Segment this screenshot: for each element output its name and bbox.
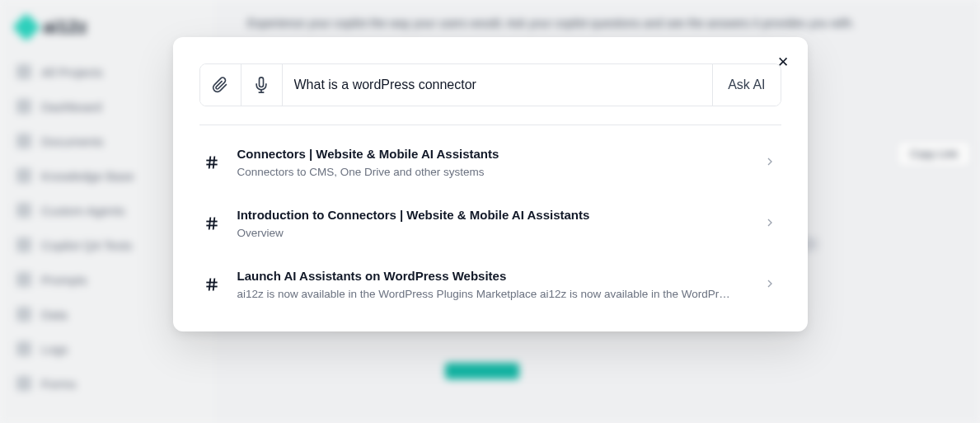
svg-line-13 — [213, 279, 214, 291]
svg-line-9 — [213, 218, 214, 230]
chevron-right-icon — [763, 277, 778, 292]
result-title: Connectors | Website & Mobile AI Assista… — [237, 147, 747, 161]
results-list: Connectors | Website & Mobile AI Assista… — [173, 132, 808, 315]
result-item-wordpress[interactable]: Launch AI Assistants on WordPress Websit… — [193, 254, 788, 315]
result-content: Introduction to Connectors | Website & M… — [237, 208, 747, 239]
result-item-connectors[interactable]: Connectors | Website & Mobile AI Assista… — [193, 132, 788, 193]
microphone-button[interactable] — [241, 64, 283, 106]
result-title: Introduction to Connectors | Website & M… — [237, 208, 747, 222]
ai-search-modal: ✕ Ask AI Connectors | Website & Mobile — [173, 37, 808, 331]
ask-ai-button[interactable]: Ask AI — [712, 64, 780, 106]
result-desc: ai12z is now available in the WordPress … — [237, 288, 747, 300]
microphone-icon — [253, 77, 270, 93]
chevron-right-icon — [763, 155, 778, 170]
close-icon: ✕ — [777, 54, 789, 71]
result-item-introduction[interactable]: Introduction to Connectors | Website & M… — [193, 193, 788, 254]
search-bar: Ask AI — [199, 63, 781, 106]
modal-overlay[interactable]: ✕ Ask AI Connectors | Website & Mobile — [0, 0, 980, 423]
result-desc: Overview — [237, 227, 747, 239]
result-desc: Connectors to CMS, One Drive and other s… — [237, 166, 747, 178]
hash-icon — [203, 153, 221, 172]
result-content: Connectors | Website & Mobile AI Assista… — [237, 147, 747, 178]
attachment-button[interactable] — [200, 64, 241, 106]
hash-icon — [203, 214, 221, 233]
svg-line-5 — [213, 157, 214, 169]
svg-line-4 — [209, 157, 210, 169]
search-input[interactable] — [283, 64, 713, 106]
paperclip-icon — [212, 77, 228, 93]
svg-line-8 — [209, 218, 210, 230]
hash-icon — [203, 275, 221, 294]
close-button[interactable]: ✕ — [775, 54, 791, 70]
result-content: Launch AI Assistants on WordPress Websit… — [237, 269, 747, 300]
svg-line-12 — [209, 279, 210, 291]
result-title: Launch AI Assistants on WordPress Websit… — [237, 269, 747, 283]
divider — [199, 125, 781, 125]
chevron-right-icon — [763, 216, 778, 231]
